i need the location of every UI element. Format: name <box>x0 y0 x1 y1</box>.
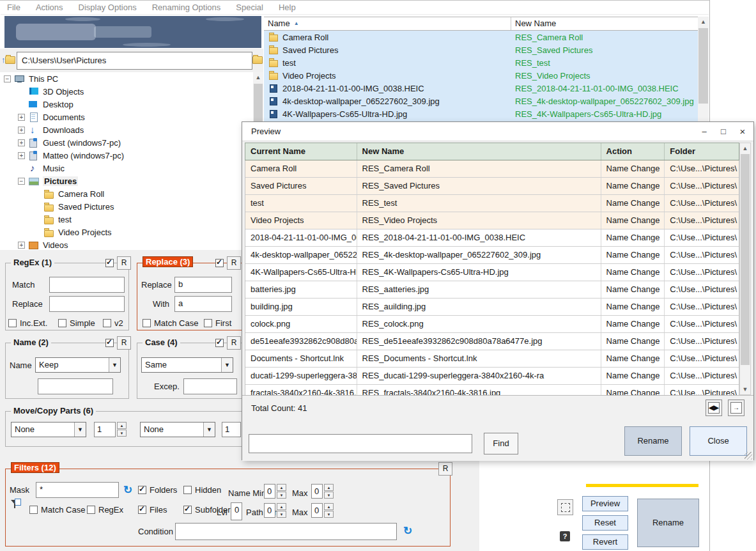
preview-row[interactable]: building.jpg RES_auilding.jpg Name Chang… <box>245 299 739 316</box>
tree-expander-icon[interactable] <box>18 165 25 172</box>
refresh-condition-icon[interactable]: ↻ <box>403 525 412 536</box>
tree-item[interactable]: Music <box>0 162 253 175</box>
spin-up-icon[interactable]: ▲ <box>277 484 286 491</box>
replace-input[interactable]: b <box>174 277 232 293</box>
preview-row[interactable]: Camera Roll RES_Camera Roll Name Change … <box>245 160 739 178</box>
inc-ext-checkbox[interactable] <box>8 319 17 327</box>
menu-item[interactable]: Help <box>279 3 296 12</box>
filters-files-option[interactable]: Files <box>138 505 167 515</box>
spin-down-icon[interactable]: ▼ <box>324 492 334 499</box>
tree-item[interactable]: Guest (windows7-pc) <box>0 136 253 149</box>
tree-item[interactable]: Downloads <box>0 123 253 136</box>
tree-item[interactable]: This PC <box>0 72 253 85</box>
refresh-mask-icon[interactable]: ↻ <box>123 485 132 495</box>
replace-reset-button[interactable]: R <box>227 256 241 270</box>
case-enabled-checkbox[interactable] <box>215 339 224 347</box>
replace-enabled-checkbox[interactable] <box>215 259 224 267</box>
filters-folders-option[interactable]: Folders <box>138 485 177 495</box>
tree-expander-icon[interactable] <box>18 88 25 95</box>
tree-item[interactable]: Documents <box>0 111 253 123</box>
tree-expander-icon[interactable] <box>18 178 25 185</box>
tree-item[interactable]: Videos <box>0 238 253 250</box>
address-input[interactable]: C:\Users\User\Pictures <box>17 52 252 70</box>
path-min-value[interactable]: 0 <box>264 503 275 518</box>
dialog-rename-button[interactable]: Rename <box>624 426 682 456</box>
spin-down-icon[interactable]: ▼ <box>277 511 286 518</box>
name-extra-input[interactable] <box>38 378 113 394</box>
file-row[interactable]: Saved Pictures RES_Saved Pictures <box>264 43 698 56</box>
regex-inc-ext-option[interactable]: Inc.Ext. <box>8 318 47 328</box>
filters-regex-checkbox[interactable] <box>87 506 95 514</box>
tree-expander-icon[interactable] <box>4 75 11 82</box>
match-case-checkbox[interactable] <box>143 319 151 327</box>
scroll-down-icon[interactable]: ▼ <box>740 384 750 394</box>
column-current-name[interactable]: Current Name <box>245 143 357 160</box>
hidden-checkbox[interactable] <box>183 486 192 494</box>
filters-match-case-option[interactable]: Match Case <box>29 505 85 515</box>
tree-expander-icon[interactable] <box>18 242 25 249</box>
name-min-value[interactable]: 0 <box>264 484 275 499</box>
menu-item[interactable]: Renaming Options <box>152 3 221 12</box>
spin-up-icon[interactable]: ▲ <box>277 503 286 510</box>
spin-down-icon[interactable]: ▼ <box>277 492 286 499</box>
preview-row[interactable]: test RES_test Name Change C:\Use...\Pict… <box>245 195 739 212</box>
preview-row[interactable]: 4k-desktop-wallpaper_065227602_309.jpg R… <box>245 247 739 264</box>
simple-checkbox[interactable] <box>58 319 66 327</box>
regex-simple-option[interactable]: Simple <box>58 318 95 328</box>
tree-expander-icon[interactable] <box>18 139 25 146</box>
swap-columns-button[interactable]: ◀▶ <box>706 400 722 416</box>
preview-row[interactable]: batteries.jpg RES_aatteries.jpg Name Cha… <box>245 281 739 299</box>
files-checkbox[interactable] <box>138 506 146 514</box>
tree-expander-icon[interactable] <box>18 127 25 134</box>
file-list-scrollbar-thumb[interactable] <box>698 28 708 104</box>
tree-expander-icon[interactable] <box>33 190 40 198</box>
column-header-name[interactable]: Name▲ <box>264 17 511 30</box>
column-new-name[interactable]: New Name <box>357 143 601 160</box>
excep-input[interactable] <box>183 378 237 394</box>
folders-checkbox[interactable] <box>138 486 146 494</box>
regex-replace-input[interactable] <box>49 296 125 312</box>
preview-button[interactable]: Preview <box>582 496 628 511</box>
preview-row[interactable]: 4K-Wallpapers-Cs65-Ultra-HD.jpg RES_4K-W… <box>245 264 739 281</box>
find-input[interactable] <box>249 434 472 453</box>
help-button[interactable]: ? <box>560 531 570 541</box>
scroll-up-icon[interactable]: ▲ <box>698 17 709 27</box>
column-folder[interactable]: Folder <box>665 143 739 160</box>
menu-item[interactable]: Actions <box>36 3 63 12</box>
filters-reset-button[interactable]: R <box>438 462 452 476</box>
browse-folder-button[interactable] <box>252 55 263 65</box>
filters-regex-option[interactable]: RegEx <box>87 505 123 515</box>
case-reset-button[interactable]: R <box>227 336 241 350</box>
preview-table-scrollbar[interactable]: ▲ ▼ <box>739 143 751 395</box>
preview-scrollbar-thumb[interactable] <box>741 154 750 365</box>
filters-match-case-checkbox[interactable] <box>29 506 38 514</box>
regex-v2-option[interactable]: v2 <box>103 318 123 328</box>
preview-row[interactable]: colock.png RES_colock.png Name Change C:… <box>245 316 739 333</box>
regex-match-input[interactable] <box>49 277 125 293</box>
tree-item[interactable]: Matteo (windows7-pc) <box>0 149 253 162</box>
count1-value[interactable]: 1 <box>94 422 116 437</box>
column-action[interactable]: Action <box>601 143 665 160</box>
with-input[interactable]: a <box>174 296 232 312</box>
name-max-value[interactable]: 0 <box>311 484 323 499</box>
dialog-titlebar[interactable]: Preview – □ × <box>242 122 753 141</box>
minimize-icon[interactable]: – <box>695 122 714 141</box>
find-button[interactable]: Find <box>484 433 518 454</box>
scroll-up-icon[interactable]: ▲ <box>253 72 263 82</box>
spin-down-icon[interactable]: ▼ <box>117 430 127 437</box>
scroll-up-icon[interactable]: ▲ <box>740 143 750 153</box>
name-mode-select[interactable]: Keep <box>35 357 121 373</box>
dialog-close-button[interactable]: Close <box>690 426 747 456</box>
file-row[interactable]: 4K-Wallpapers-Cs65-Ultra-HD.jpg RES_4K-W… <box>264 107 698 120</box>
revert-button[interactable]: Revert <box>582 534 628 550</box>
selection-mode-button[interactable] <box>557 499 573 515</box>
tree-expander-icon[interactable] <box>33 229 40 236</box>
tree-expander-icon[interactable] <box>33 203 40 210</box>
file-row[interactable]: 4k-desktop-wallpaper_065227602_309.jpg R… <box>264 95 698 107</box>
file-row[interactable]: test RES_test <box>264 56 698 69</box>
spin-up-icon[interactable]: ▲ <box>324 503 334 510</box>
filters-hidden-option[interactable]: Hidden <box>183 485 221 495</box>
v2-checkbox[interactable] <box>103 319 111 327</box>
column-header-new-name[interactable]: New Name <box>511 17 698 30</box>
move-part2-select[interactable]: None <box>140 422 215 437</box>
